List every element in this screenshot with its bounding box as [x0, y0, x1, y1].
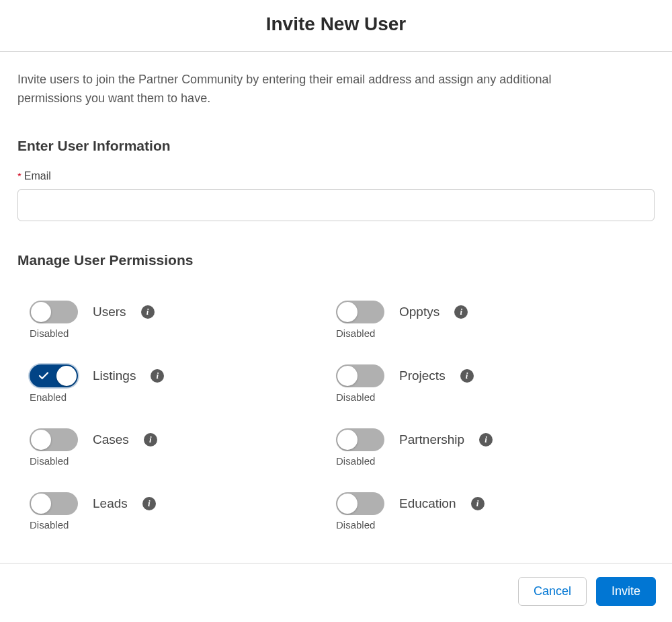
- permission-status: Disabled: [30, 455, 336, 467]
- permission-status: Disabled: [336, 455, 642, 467]
- page-title: Invite New User: [0, 13, 672, 35]
- permission-row: Leadsi: [30, 492, 336, 515]
- toggle-knob: [56, 366, 77, 386]
- permission-label: Opptys: [399, 305, 439, 319]
- dialog-footer: Cancel Invite: [0, 563, 672, 619]
- required-star-icon: *: [17, 170, 22, 182]
- permission-toggle[interactable]: [336, 428, 384, 451]
- permission-row: Casesi: [30, 428, 336, 451]
- toggle-knob: [31, 430, 51, 450]
- info-icon[interactable]: i: [141, 305, 155, 319]
- permission-label: Listings: [93, 368, 136, 383]
- cancel-button[interactable]: Cancel: [518, 577, 587, 606]
- permission-toggle[interactable]: [30, 364, 78, 387]
- email-label: Email: [24, 170, 51, 182]
- permission-row: Projectsi: [336, 364, 642, 387]
- permissions-section-title: Manage User Permissions: [17, 252, 655, 268]
- dialog-content: Invite users to join the Partner Communi…: [0, 52, 672, 552]
- permission-item: UsersiDisabled: [30, 301, 336, 339]
- permission-label: Cases: [93, 432, 129, 447]
- permission-status: Disabled: [336, 327, 642, 339]
- permission-label: Partnership: [399, 432, 464, 447]
- permission-status: Disabled: [336, 391, 642, 403]
- permission-label: Leads: [93, 496, 128, 511]
- toggle-knob: [337, 302, 358, 322]
- intro-text: Invite users to join the Partner Communi…: [17, 71, 602, 108]
- user-info-section-title: Enter User Information: [17, 138, 655, 154]
- toggle-knob: [337, 430, 358, 450]
- permission-row: Partnershipi: [336, 428, 642, 451]
- email-label-row: * Email: [17, 170, 655, 182]
- permission-toggle[interactable]: [336, 301, 384, 323]
- dialog-header: Invite New User: [0, 0, 672, 51]
- permission-row: Usersi: [30, 301, 336, 323]
- permission-item: EducationiDisabled: [336, 492, 642, 531]
- permission-toggle[interactable]: [336, 492, 384, 515]
- permission-item: PartnershipiDisabled: [336, 428, 642, 467]
- permission-status: Disabled: [30, 327, 336, 339]
- permissions-grid: UsersiDisabledOpptysiDisabledListingsiEn…: [17, 284, 655, 536]
- permission-row: Listingsi: [30, 364, 336, 387]
- permission-row: Opptysi: [336, 301, 642, 323]
- permission-row: Educationi: [336, 492, 642, 515]
- permission-status: Enabled: [30, 391, 336, 403]
- permission-item: CasesiDisabled: [30, 428, 336, 467]
- permission-label: Projects: [399, 368, 446, 383]
- permission-toggle[interactable]: [30, 428, 78, 451]
- info-icon[interactable]: i: [454, 305, 468, 319]
- info-icon[interactable]: i: [142, 497, 156, 510]
- toggle-knob: [337, 494, 358, 514]
- permission-item: ListingsiEnabled: [30, 364, 336, 403]
- permission-item: ProjectsiDisabled: [336, 364, 642, 403]
- permission-toggle[interactable]: [336, 364, 384, 387]
- toggle-knob: [31, 302, 51, 322]
- info-icon[interactable]: i: [144, 433, 157, 446]
- info-icon[interactable]: i: [151, 369, 164, 383]
- info-icon[interactable]: i: [460, 369, 474, 383]
- permission-status: Disabled: [336, 519, 642, 531]
- permission-item: LeadsiDisabled: [30, 492, 336, 531]
- permission-toggle[interactable]: [30, 301, 78, 323]
- permission-status: Disabled: [30, 519, 336, 531]
- toggle-knob: [337, 366, 358, 386]
- toggle-knob: [31, 494, 51, 514]
- permission-label: Education: [399, 496, 456, 511]
- permission-label: Users: [93, 305, 126, 319]
- info-icon[interactable]: i: [471, 497, 485, 510]
- info-icon[interactable]: i: [479, 433, 493, 446]
- permission-toggle[interactable]: [30, 492, 78, 515]
- invite-button[interactable]: Invite: [596, 577, 656, 606]
- email-field[interactable]: [17, 189, 655, 221]
- permission-item: OpptysiDisabled: [336, 301, 642, 339]
